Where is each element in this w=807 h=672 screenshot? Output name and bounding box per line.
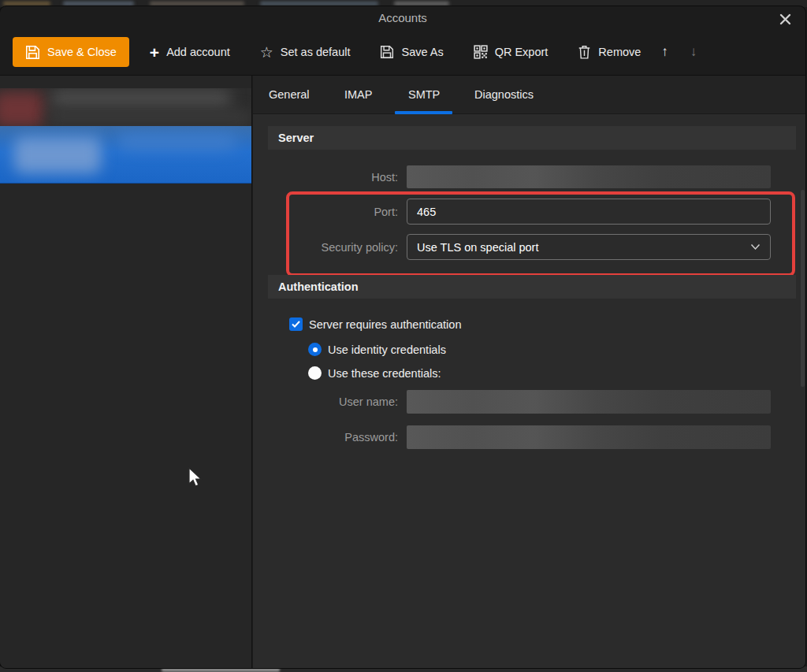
password-input-blurred[interactable]	[407, 425, 771, 449]
scrollbar-thumb[interactable]	[801, 190, 805, 387]
remove-label: Remove	[598, 46, 641, 58]
add-account-label: Add account	[166, 46, 230, 58]
account-list	[0, 76, 252, 668]
accounts-dialog: Accounts Save & Close + Add account	[0, 6, 805, 668]
blurred-fragment	[63, 2, 134, 6]
tab-imap-label: IMAP	[344, 88, 372, 101]
blurred-account-text	[50, 90, 232, 107]
host-input-blurred[interactable]	[407, 165, 771, 188]
account-item-selected-blurred[interactable]	[0, 126, 251, 184]
blurred-account-icon	[0, 91, 44, 127]
server-requires-auth-label: Server requires authentication	[309, 318, 461, 331]
settings-pane: General IMAP SMTP Diagnostics Server Hos…	[253, 76, 805, 668]
use-these-credentials-radio[interactable]: Use these credentials:	[308, 366, 441, 380]
move-up-button[interactable]: ↑	[650, 44, 679, 60]
screen: Accounts Save & Close + Add account	[0, 0, 807, 672]
save-close-button[interactable]: Save & Close	[13, 37, 129, 67]
save-as-button[interactable]: Save As	[370, 37, 452, 67]
blurred-account-text	[118, 134, 236, 150]
server-requires-auth-checkbox[interactable]: Server requires authentication	[289, 317, 461, 331]
blurred-account-icon	[14, 137, 101, 173]
tab-diagnostics-label: Diagnostics	[474, 88, 534, 101]
tab-imap[interactable]: IMAP	[344, 76, 372, 113]
radio-selected-icon	[308, 343, 322, 356]
tab-smtp[interactable]: SMTP	[408, 76, 440, 113]
server-section-header: Server	[268, 126, 796, 150]
checkbox-checked-icon	[289, 317, 303, 331]
qr-code-icon	[474, 45, 488, 59]
save-icon	[25, 45, 40, 60]
tabstrip: General IMAP SMTP Diagnostics	[253, 76, 805, 114]
dialog-titlebar: Accounts	[0, 6, 805, 33]
tab-general[interactable]: General	[269, 76, 310, 113]
tab-smtp-label: SMTP	[408, 88, 440, 101]
authentication-section-title: Authentication	[278, 280, 359, 293]
port-label: Port:	[253, 206, 398, 218]
security-policy-label: Security policy:	[253, 241, 398, 254]
add-account-button[interactable]: + Add account	[140, 37, 240, 67]
qr-export-label: QR Export	[495, 46, 549, 58]
blurred-fragment	[394, 2, 449, 6]
password-label: Password:	[253, 431, 398, 444]
close-icon	[779, 13, 791, 25]
username-input-blurred[interactable]	[407, 390, 771, 414]
blurred-fragment	[260, 2, 378, 6]
trash-icon	[578, 45, 591, 59]
server-section-title: Server	[278, 132, 314, 144]
chevron-down-icon	[750, 243, 761, 251]
save-as-label: Save As	[401, 46, 443, 58]
port-input[interactable]	[407, 199, 771, 225]
remove-button[interactable]: Remove	[568, 37, 650, 67]
username-label: User name:	[253, 395, 398, 408]
save-close-label: Save & Close	[47, 46, 117, 58]
security-policy-value: Use TLS on special port	[417, 241, 538, 254]
toolbar: Save & Close + Add account ☆ Set as defa…	[0, 35, 805, 69]
use-these-credentials-label: Use these credentials:	[328, 367, 441, 380]
close-button[interactable]	[774, 8, 796, 30]
set-default-label: Set as default	[281, 46, 351, 58]
blurred-fragment	[150, 2, 244, 6]
host-label: Host:	[253, 171, 398, 184]
qr-export-button[interactable]: QR Export	[464, 37, 558, 67]
blurred-account-text	[47, 110, 251, 124]
set-default-button[interactable]: ☆ Set as default	[251, 37, 360, 67]
security-policy-select[interactable]: Use TLS on special port	[407, 234, 771, 260]
radio-unselected-icon	[308, 366, 322, 380]
dialog-title: Accounts	[0, 11, 805, 24]
active-tab-indicator	[395, 111, 452, 114]
save-as-icon	[380, 45, 394, 59]
plus-icon: +	[150, 44, 159, 61]
tab-general-label: General	[269, 88, 310, 101]
move-down-button[interactable]: ↓	[679, 44, 708, 60]
star-icon: ☆	[260, 45, 273, 60]
use-identity-credentials-label: Use identity credentials	[328, 343, 446, 356]
tab-diagnostics[interactable]: Diagnostics	[474, 76, 534, 113]
blurred-fragment	[3, 2, 50, 6]
authentication-section-header: Authentication	[268, 275, 796, 299]
use-identity-credentials-radio[interactable]: Use identity credentials	[308, 343, 446, 356]
account-item-blurred[interactable]	[0, 88, 251, 127]
